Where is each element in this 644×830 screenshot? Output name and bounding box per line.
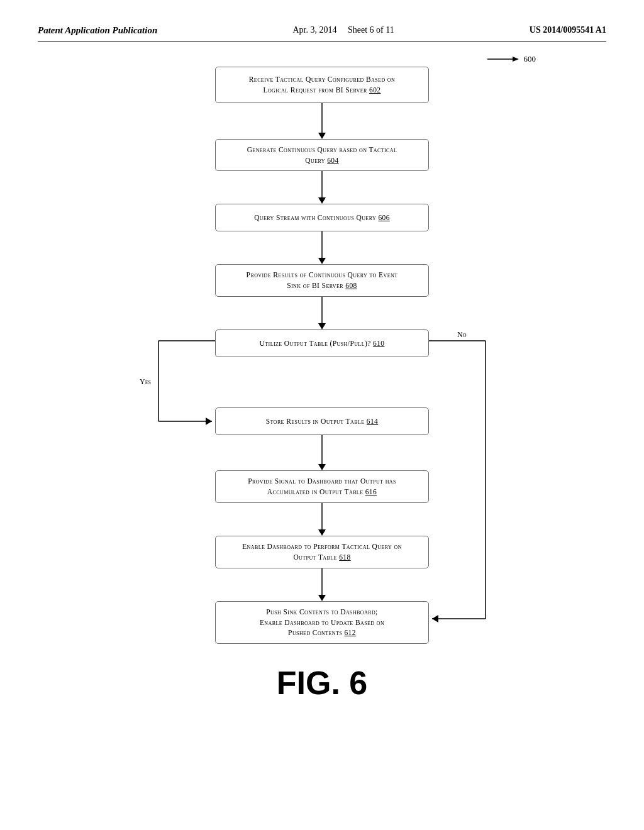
- svg-marker-13: [206, 418, 212, 425]
- svg-marker-9: [318, 323, 326, 329]
- svg-marker-5: [318, 197, 326, 204]
- svg-marker-21: [318, 464, 326, 470]
- svg-marker-18: [432, 615, 438, 622]
- flow-box-610: Utilize Output Table (Push/Pull)? 610: [215, 329, 429, 357]
- header-sheet: Sheet 6 of 11: [348, 25, 394, 35]
- patent-number: US 2014/0095541 A1: [530, 25, 606, 35]
- header-date: Apr. 3, 2014: [292, 25, 336, 35]
- svg-text:No: No: [457, 330, 467, 339]
- svg-marker-25: [318, 595, 326, 601]
- flow-box-602: Receive Tactical Query Configured Based …: [215, 67, 429, 103]
- flow-box-604: Generate Continuous Query based on Tacti…: [215, 139, 429, 171]
- figure-label: FIG. 6: [108, 664, 536, 702]
- diagram-id-label: 600: [487, 54, 536, 64]
- svg-text:Yes: Yes: [140, 377, 151, 386]
- svg-marker-3: [318, 133, 326, 139]
- diagram-arrow-icon: [487, 55, 519, 64]
- header-date-sheet: Apr. 3, 2014 Sheet 6 of 11: [292, 25, 394, 35]
- flow-box-616: Provide Signal to Dashboard that Output …: [215, 470, 429, 503]
- flow-box-614: Store Results in Output Table 614: [215, 407, 429, 435]
- publication-label: Patent Application Publication: [38, 25, 157, 36]
- svg-marker-7: [318, 258, 326, 264]
- page-header: Patent Application Publication Apr. 3, 2…: [38, 25, 606, 42]
- flow-box-608: Provide Results of Continuous Query to E…: [215, 264, 429, 297]
- page: Patent Application Publication Apr. 3, 2…: [0, 0, 644, 830]
- svg-marker-23: [318, 529, 326, 536]
- flow-box-606: Query Stream with Continuous Query 606: [215, 204, 429, 231]
- flow-box-612: Push Sink Contents to Dashboard;Enable D…: [215, 601, 429, 644]
- svg-marker-1: [513, 57, 519, 62]
- flow-box-618: Enable Dashboard to Perform Tactical Que…: [215, 536, 429, 568]
